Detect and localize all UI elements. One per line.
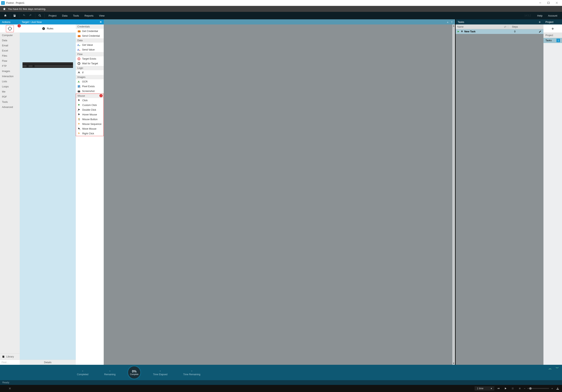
rail-item-data[interactable]: Data (0, 38, 20, 43)
pause-button[interactable] (511, 387, 514, 390)
action-target-exists[interactable]: Target Exists (76, 57, 104, 61)
home-button[interactable] (2, 12, 9, 19)
menu-tools[interactable]: Tools (70, 12, 82, 19)
progress-bar: ︽ ︾ - Completed - Remaining 0% Complete … (0, 365, 562, 380)
undo-button[interactable] (21, 12, 27, 19)
action-double-click[interactable]: 2Double Click (76, 107, 103, 112)
rail-item-me[interactable]: Me (0, 89, 20, 94)
details-tab[interactable]: Details (20, 360, 76, 365)
repeat-selector[interactable]: 1 time▾ (475, 386, 494, 391)
rewind-button[interactable] (497, 387, 500, 390)
rail-item-computer[interactable]: Computer (0, 33, 20, 38)
action-mouse-button[interactable]: Mouse Button (76, 117, 103, 122)
redo-button[interactable] (27, 12, 34, 19)
collapse-up-icon[interactable]: ︽ (549, 366, 552, 370)
collapse-down-icon[interactable]: ︾ (556, 366, 559, 370)
action-if[interactable]: If (76, 70, 104, 75)
dock-icon[interactable] (556, 387, 559, 390)
menu-project[interactable]: Project (46, 12, 59, 19)
actions-rail: 1 ComputerDataEmailExcelFilesFlowFTPImag… (0, 24, 20, 365)
add-project-item-button[interactable]: ＋ (543, 24, 562, 33)
menu-help[interactable]: Help (534, 14, 545, 17)
action-get-value[interactable]: AGet Value (76, 43, 104, 47)
rail-item-images[interactable]: Images (0, 69, 20, 74)
action-wait-for-target[interactable]: Wait for Target (76, 61, 104, 66)
tasks-header-steps[interactable]: Steps (508, 25, 522, 28)
rail-item-interaction[interactable]: Interaction (0, 74, 20, 79)
action-icon (77, 85, 81, 88)
task-row[interactable]: New Task 0 (456, 29, 543, 34)
rail-item-flow[interactable]: Flow (0, 58, 20, 64)
tasks-header-name[interactable]: Name (457, 25, 464, 28)
menu-reports[interactable]: Reports (82, 12, 96, 19)
tasks-header-row: Name Steps (456, 24, 543, 29)
action-icon (78, 99, 81, 102)
titlebar: Foxtrot - Project1 (0, 0, 562, 6)
group-mouse-highlighted: 2 Mouse ClickCustom Click2Double ClickHo… (76, 93, 104, 136)
action-hover-mouse[interactable]: Hover Mouse (76, 112, 103, 117)
menu-data[interactable]: Data (59, 12, 70, 19)
rail-item-pdf[interactable]: PDF (0, 94, 20, 99)
task-name: New Task (464, 30, 476, 33)
menu-view[interactable]: View (96, 12, 107, 19)
close-button[interactable] (552, 0, 561, 6)
action-icon (77, 62, 81, 65)
stop-button[interactable] (518, 387, 521, 390)
svg-point-4 (8, 27, 12, 30)
move-down-button[interactable]: ▼ (451, 21, 453, 23)
rail-item-lists[interactable]: Lists (0, 79, 20, 84)
find-input[interactable]: Find... (0, 360, 20, 365)
rail-item-tools[interactable]: Tools (0, 99, 20, 104)
action-custom-click[interactable]: Custom Click (76, 103, 103, 107)
maximize-button[interactable] (544, 0, 552, 6)
rules-header[interactable]: Rules (20, 24, 76, 33)
action-move-mouse[interactable]: Move Mouse (76, 127, 103, 131)
rail-item-ftp[interactable]: FTP (0, 64, 20, 69)
action-get-credential[interactable]: Get Credential (76, 29, 104, 34)
speed-minus[interactable]: − (524, 387, 525, 390)
move-up-button[interactable]: ▲ (446, 21, 449, 23)
rail-item-email[interactable]: Email (0, 43, 20, 48)
panel-title-project: Project (543, 19, 562, 24)
svg-point-21 (462, 31, 462, 31)
action-icon (77, 71, 81, 74)
action-ocr[interactable]: AOCR (76, 79, 104, 84)
target-selector-button[interactable] (6, 25, 14, 32)
check-circle-icon (42, 27, 45, 30)
pin-icon (461, 30, 463, 33)
scrollbar[interactable] (452, 24, 455, 365)
menu-account[interactable]: Account (545, 14, 560, 17)
action-pixel-exists[interactable]: Pixel Exists (76, 84, 104, 89)
minimize-button[interactable] (536, 0, 544, 6)
edit-icon[interactable] (539, 30, 541, 33)
library-button[interactable]: Library (0, 354, 20, 360)
search-button[interactable] (36, 12, 43, 19)
speed-slider[interactable] (527, 388, 549, 389)
sort-icon[interactable] (504, 26, 506, 28)
action-click[interactable]: Click (76, 98, 103, 103)
book-icon (2, 355, 5, 358)
target-title-label: Target • Just Now (22, 21, 42, 23)
action-send-credential[interactable]: Send Credential (76, 34, 104, 38)
cancel-icon[interactable] (9, 387, 11, 390)
rail-item-advanced[interactable]: Advanced (0, 104, 20, 110)
action-mouse-sequence[interactable]: Mouse Sequence (76, 122, 103, 127)
svg-point-15 (79, 87, 80, 88)
project-tasks-row[interactable]: Tasks 1 (543, 38, 562, 43)
action-icon: A (77, 80, 81, 83)
add-task-button[interactable]: ＋ (538, 20, 541, 24)
close-target-button[interactable]: ✕ (100, 21, 102, 23)
speed-plus[interactable]: ＋ (551, 387, 553, 390)
svg-text:2: 2 (78, 110, 78, 112)
action-right-click[interactable]: Right Click (76, 131, 103, 136)
download-icon[interactable] (3, 387, 6, 390)
rail-item-files[interactable]: Files (0, 53, 20, 58)
action-icon (77, 30, 81, 33)
save-button[interactable] (11, 12, 18, 19)
target-panel: Rules Details (20, 24, 76, 365)
play-button[interactable] (504, 387, 507, 390)
rail-item-excel[interactable]: Excel (0, 48, 20, 53)
action-send-value[interactable]: ASend Value (76, 47, 104, 52)
rail-item-loops[interactable]: Loops (0, 84, 20, 89)
action-screenshot[interactable]: Screenshot (76, 89, 104, 93)
